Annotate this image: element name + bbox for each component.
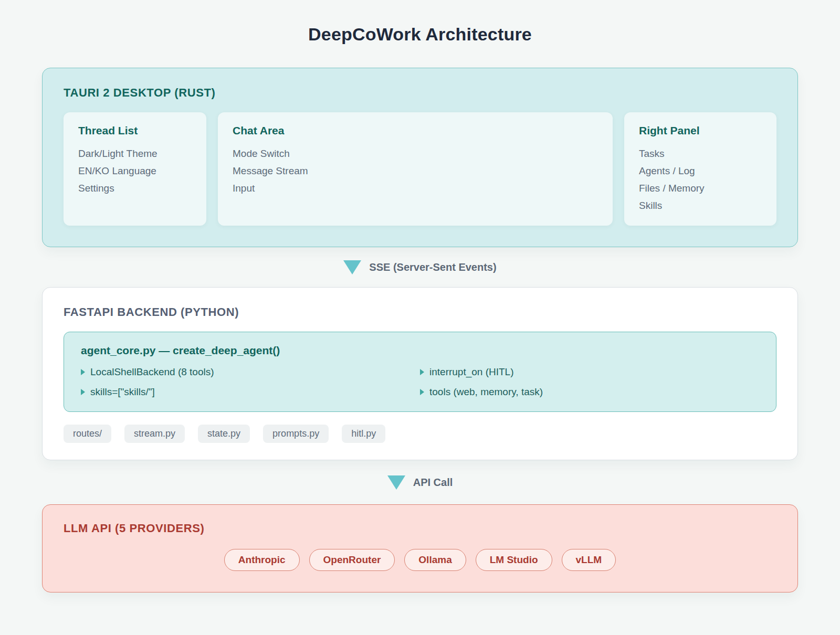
file-chip: stream.py xyxy=(124,425,185,443)
panel-title: Thread List xyxy=(78,124,192,137)
agent-core-item: LocalShellBackend (8 tools) xyxy=(81,365,420,379)
agent-core-item-label: tools (web, memory, task) xyxy=(429,385,543,399)
agent-core-item-label: LocalShellBackend (8 tools) xyxy=(90,365,214,379)
api-call-arrow-label: API Call xyxy=(413,477,453,489)
file-chip: prompts.py xyxy=(263,425,329,443)
panel-item: Input xyxy=(233,179,598,197)
llm-box-title: LLM API (5 PROVIDERS) xyxy=(64,522,776,535)
backend-file-chips: routes/ stream.py state.py prompts.py hi… xyxy=(64,425,776,443)
panel-item: Agents / Log xyxy=(639,162,762,179)
file-chip: hitl.py xyxy=(342,425,385,443)
api-call-arrow-row: API Call xyxy=(42,460,798,504)
panel-thread-list: Thread List Dark/Light Theme EN/KO Langu… xyxy=(64,112,206,226)
page-title: DeepCoWork Architecture xyxy=(0,0,840,45)
fastapi-backend-box: FASTAPI BACKEND (PYTHON) agent_core.py —… xyxy=(42,287,798,460)
diagram-container: TAURI 2 DESKTOP (RUST) Thread List Dark/… xyxy=(42,68,798,592)
panel-item: Tasks xyxy=(639,145,762,162)
llm-api-box: LLM API (5 PROVIDERS) Anthropic OpenRout… xyxy=(42,504,798,592)
agent-core-item: tools (web, memory, task) xyxy=(420,385,759,399)
bullet-triangle-icon xyxy=(420,389,424,395)
panel-item: Message Stream xyxy=(233,162,598,179)
sse-arrow-label: SSE (Server-Sent Events) xyxy=(369,261,496,273)
agent-core-item-label: skills=["skills/"] xyxy=(90,385,155,399)
agent-core-item: interrupt_on (HITL) xyxy=(420,365,759,379)
tauri-box-title: TAURI 2 DESKTOP (RUST) xyxy=(64,86,776,100)
agent-core-item-label: interrupt_on (HITL) xyxy=(429,365,514,379)
down-arrow-icon xyxy=(343,260,361,274)
tauri-panels: Thread List Dark/Light Theme EN/KO Langu… xyxy=(64,112,776,226)
panel-right-panel: Right Panel Tasks Agents / Log Files / M… xyxy=(624,112,776,226)
panel-item: Settings xyxy=(78,179,192,197)
panel-item: EN/KO Language xyxy=(78,162,192,179)
panel-item: Mode Switch xyxy=(233,145,598,162)
down-arrow-icon xyxy=(387,475,405,490)
tauri-desktop-box: TAURI 2 DESKTOP (RUST) Thread List Dark/… xyxy=(42,68,798,247)
file-chip: routes/ xyxy=(64,425,111,443)
provider-pill: LM Studio xyxy=(476,549,552,571)
panel-item: Dark/Light Theme xyxy=(78,145,192,162)
provider-pill: OpenRouter xyxy=(309,549,395,571)
provider-pills: Anthropic OpenRouter Ollama LM Studio vL… xyxy=(64,549,776,571)
panel-title: Chat Area xyxy=(233,124,598,137)
agent-core-item: skills=["skills/"] xyxy=(81,385,420,399)
bullet-triangle-icon xyxy=(81,369,85,375)
provider-pill: Anthropic xyxy=(224,549,300,571)
panel-item: Files / Memory xyxy=(639,179,762,197)
provider-pill: vLLM xyxy=(562,549,616,571)
bullet-triangle-icon xyxy=(420,369,424,375)
agent-core-title: agent_core.py — create_deep_agent() xyxy=(81,344,759,357)
provider-pill: Ollama xyxy=(404,549,466,571)
panel-title: Right Panel xyxy=(639,124,762,137)
sse-arrow-row: SSE (Server-Sent Events) xyxy=(42,247,798,287)
panel-chat-area: Chat Area Mode Switch Message Stream Inp… xyxy=(218,112,613,226)
bullet-triangle-icon xyxy=(81,389,85,395)
file-chip: state.py xyxy=(198,425,250,443)
panel-item: Skills xyxy=(639,197,762,214)
agent-core-box: agent_core.py — create_deep_agent() Loca… xyxy=(64,332,776,412)
backend-box-title: FASTAPI BACKEND (PYTHON) xyxy=(64,305,776,319)
agent-core-grid: LocalShellBackend (8 tools) interrupt_on… xyxy=(81,365,759,399)
